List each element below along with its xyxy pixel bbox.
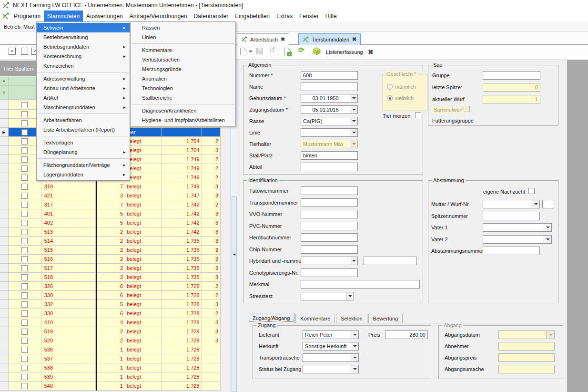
gruppe-field[interactable] [483,71,540,80]
collapse-panel-icon[interactable]: ◄ [232,251,237,258]
combo-arrow-icon[interactable] [351,342,358,350]
name-field[interactable] [301,83,358,91]
grid-select-all-button[interactable]: × [9,48,16,55]
menu-item-kennzeichen[interactable]: Kennzeichen [37,61,130,71]
table-row[interactable]: 5391belegt1.728 [0,372,221,382]
row-checkbox[interactable] [21,310,28,317]
menu-item-verlustursachen[interactable]: Verlustursachen [131,55,235,64]
row-checkbox[interactable] [21,147,28,154]
abteil-field[interactable] [301,163,358,171]
menu-item-artikel[interactable]: Artikel► [37,93,130,103]
combo-arrow-icon[interactable] [544,236,551,243]
table-row[interactable]: 3197belegt1.7493 [0,182,221,191]
new-record-dropdown[interactable] [249,51,253,52]
mutter-wurf-nr-combo[interactable] [483,200,540,208]
row-checkbox[interactable] [21,111,28,117]
row-checkbox[interactable] [21,274,28,280]
save-button[interactable] [256,48,263,54]
table-row[interactable]: 4104belegt1.7283 [0,318,221,327]
combo-arrow-icon[interactable] [351,365,358,373]
table-row[interactable]: 5172belegt1.7353 [0,264,221,273]
menu-item-betriebsgrunddaten[interactable]: Betriebsgrunddaten► [37,42,130,52]
menu-item-anomalien[interactable]: Anomalien [131,74,235,83]
table-row[interactable]: 4025belegt1.7423 [0,218,221,227]
row-checkbox[interactable] [21,184,28,190]
menubar-item-programm[interactable]: Programm [10,10,44,21]
hybridart-extra-field[interactable] [364,257,417,265]
table-row[interactable]: 5371belegt1.728 [0,354,221,363]
stall-platz-field[interactable]: hinten [301,151,358,160]
menu-item-rassen[interactable]: Rassen [131,23,235,32]
genotypisierungs-nr-field[interactable] [301,268,358,277]
detail-tab-selektion[interactable]: Selektion [336,314,367,323]
menu-item-anbau-und-arbeitsorte[interactable]: Anbau und Arbeitsorte► [37,83,130,93]
row-checkbox[interactable] [21,292,28,299]
vvo-nummer-field[interactable] [301,210,358,218]
combo-arrow-icon[interactable] [351,354,358,361]
combo-arrow-icon[interactable] [350,117,357,125]
stresstest-combo[interactable] [301,292,354,300]
nummer-field[interactable]: 608 [301,71,358,80]
detail-tab-kommentare[interactable]: Kommentare [295,314,335,323]
table-row[interactable]: 5182belegt1.7353 [0,273,221,282]
table-row[interactable]: 5132belegt1.7423 [0,227,221,237]
row-checkbox[interactable] [21,238,28,244]
detail-tab-bewertung[interactable]: Bewertung [368,314,403,323]
row-checkbox[interactable] [21,256,28,262]
table-row[interactable]: 4213belegt1.7473 [0,191,221,200]
zugangsdatum-combo[interactable]: 05.01.2016 [301,105,358,114]
tier-merzen-checkbox[interactable] [415,112,421,118]
combo-arrow-icon[interactable] [350,106,357,113]
menu-item-flächengrunddaten-verträge[interactable]: Flächengrunddaten/Verträge► [37,160,130,170]
menu-item-stallbereiche[interactable]: Stallbereiche [131,93,235,103]
row-checkbox[interactable] [21,347,28,353]
row-checkbox[interactable] [21,356,28,362]
excel-export-button[interactable]: x [284,48,291,55]
row-checkbox[interactable] [21,220,28,226]
menu-item-diagnosen-krankheiten[interactable]: Diagnosen/Krankheiten [131,106,235,115]
row-checkbox[interactable] [21,374,28,380]
combo-arrow-icon[interactable] [350,129,357,136]
row-checkbox[interactable] [21,229,28,235]
table-row[interactable]: 3306belegt1.7282 [0,291,221,300]
menu-item-kostenrechnung[interactable]: Kostenrechnung► [37,52,130,61]
row-checkbox[interactable] [21,211,28,217]
transpondernummer-field[interactable] [301,198,358,207]
row-checkbox[interactable] [21,175,28,181]
transportrausche-combo[interactable] [303,353,359,362]
table-row[interactable]: 3266belegt1.7282 [0,282,221,291]
new-record-button[interactable] [240,48,246,55]
menubar-item-auswertungen[interactable]: Auswertungen [83,10,126,21]
preis-field[interactable]: 280,00 [385,330,428,339]
combo-arrow-icon[interactable] [351,331,358,339]
row-checkbox[interactable] [21,120,28,126]
menu-item-textvorlagen[interactable]: Textvorlagen [37,138,130,147]
merkmal-field[interactable] [301,280,420,289]
lieferant-combo[interactable]: Reich Peter [303,330,359,339]
menu-item-merzungsgründe[interactable]: Merzungsgründe [131,64,235,74]
menubar-item-eingabehilfen[interactable]: Eingabehilfen [232,10,273,21]
table-row[interactable]: 5401belegt1.728 [0,382,221,391]
row-checkbox[interactable] [21,202,28,208]
combo-arrow-icon[interactable] [346,292,354,300]
menu-item-adressverwaltung[interactable]: Adressverwaltung► [37,74,130,83]
rasse-combo[interactable]: Ca(PIG) [301,117,358,125]
document-tab-arbeitsbuch[interactable]: Arbeitsbuch✖ [237,33,289,45]
row-checkbox[interactable] [21,138,28,144]
combo-arrow-icon[interactable] [350,257,357,265]
row-checkbox[interactable] [21,338,28,344]
table-row[interactable]: 3325belegt1.7283 [0,300,221,309]
menubar-item-extras[interactable]: Extras [273,10,296,21]
grid-select-none-button[interactable] [21,48,28,55]
tab-close-icon[interactable]: ✖ [352,36,356,42]
menu-item-arbeitsverfahren[interactable]: Arbeitsverfahren [37,115,130,125]
row-checkbox[interactable] [21,283,28,289]
menu-item-lagergrunddaten[interactable]: Lagergrunddaten► [37,170,130,179]
table-row[interactable]: 5142belegt1.7353 [0,237,221,246]
linie-combo[interactable] [301,128,358,137]
menu-item-maschinengrunddaten[interactable]: Maschinengrunddaten► [37,103,130,112]
vater-2-combo[interactable] [483,235,552,244]
scrollbar-thumb[interactable] [232,196,237,392]
menu-item-linien[interactable]: Linien [131,32,235,42]
row-checkbox[interactable] [21,383,28,389]
